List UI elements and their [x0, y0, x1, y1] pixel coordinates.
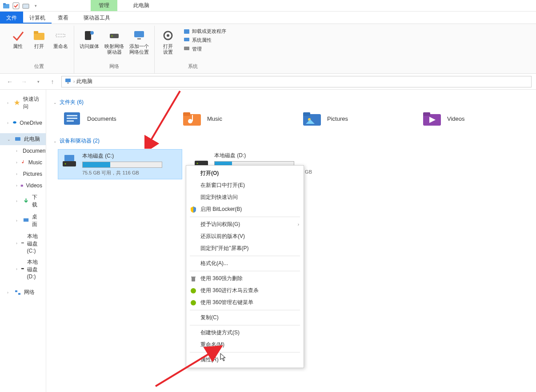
tab-computer[interactable]: 计算机 — [23, 12, 52, 24]
drive-c-label: 本地磁盘 (C:) — [27, 233, 42, 254]
sidebar-item-drive-d[interactable]: ›本地磁盘 (D:) — [0, 256, 46, 282]
chevron-right-icon: › — [16, 241, 18, 245]
svg-rect-9 — [110, 34, 119, 38]
rename-label: 重命名 — [53, 44, 68, 49]
drive-icon — [21, 240, 24, 247]
ctx-grant-access[interactable]: 授予访问权限(G)› — [186, 218, 304, 230]
sidebar-item-desktop[interactable]: ›桌面 — [0, 211, 46, 230]
folder-videos[interactable]: Videos — [422, 111, 529, 127]
ctx-360-manage-menu[interactable]: 使用 360管理右键菜单 — [186, 297, 304, 309]
ctx-360-trojan-scan[interactable]: 使用 360进行木马云查杀 — [186, 285, 304, 297]
open-settings-button[interactable]: 打开 设置 — [159, 28, 177, 56]
sidebar-item-downloads[interactable]: ›下载 — [0, 191, 46, 211]
context-menu: 打开(O) 在新窗口中打开(E) 固定到快速访问 启用 BitLocker(B)… — [186, 165, 304, 368]
ctx-grant-access-label: 授予访问权限(G) — [200, 221, 240, 228]
sidebar-item-pictures[interactable]: ›Pictures — [0, 168, 46, 180]
chevron-right-icon: › — [16, 160, 19, 165]
recent-dropdown[interactable]: ▾ — [33, 76, 44, 87]
ctx-properties-label: 属性(R) — [200, 356, 219, 364]
breadcrumb-root[interactable]: 此电脑 — [76, 78, 92, 85]
ctx-open-new-window[interactable]: 在新窗口中打开(E) — [186, 179, 304, 191]
section-header-folders[interactable]: ⌄ 文件夹 (6) — [53, 99, 529, 106]
chevron-right-icon: › — [7, 290, 12, 295]
chevron-down-icon: ⌄ — [7, 137, 12, 142]
ctx-copy[interactable]: 复制(C) — [186, 312, 304, 324]
sidebar-item-network[interactable]: ›网络 — [0, 286, 46, 298]
svg-rect-34 — [67, 115, 77, 116]
ctx-properties[interactable]: 属性(R) — [186, 354, 304, 366]
ctx-pin-quick-access-label: 固定到快速访问 — [200, 194, 238, 201]
folder-music[interactable]: Music — [182, 111, 289, 127]
open-button[interactable]: 打开 — [30, 28, 48, 50]
svg-point-47 — [65, 163, 66, 165]
rename-icon — [53, 28, 68, 43]
uninstall-button[interactable]: 卸载或更改程序 — [183, 28, 226, 35]
ctx-enable-bitlocker[interactable]: 启用 BitLocker(B) — [186, 203, 304, 215]
ctx-rename-label: 重命名(M) — [200, 341, 224, 348]
forward-button[interactable]: → — [19, 76, 29, 87]
ctx-pin-start[interactable]: 固定到"开始"屏幕(P) — [186, 242, 304, 254]
ctx-bitlocker-label: 启用 BitLocker(B) — [200, 206, 242, 213]
folder-icon[interactable] — [3, 2, 10, 9]
chevron-right-icon: › — [16, 183, 18, 188]
ctx-open[interactable]: 打开(O) — [186, 167, 304, 179]
drive-c-capacity: 75.5 GB 可用，共 116 GB — [82, 170, 179, 176]
ctx-format[interactable]: 格式化(A)... — [186, 257, 304, 269]
ribbon-group-location: 属性 打开 重命名 位置 — [4, 26, 74, 73]
up-button[interactable]: ↑ — [47, 76, 58, 87]
music-folder-icon — [182, 111, 202, 127]
add-network-button[interactable]: 添加一个 网络位置 — [128, 28, 150, 56]
menu-separator — [190, 217, 300, 217]
svg-rect-5 — [34, 31, 38, 34]
window-title: 此电脑 — [133, 2, 149, 9]
folders-header-label: 文件夹 (6) — [60, 99, 84, 106]
videos-icon — [20, 182, 23, 189]
mouse-cursor — [220, 353, 227, 362]
sidebar-item-drive-c[interactable]: ›本地磁盘 (C:) — [0, 230, 46, 256]
chevron-right-icon: › — [16, 149, 17, 153]
access-media-button[interactable]: 访问媒体 — [79, 28, 100, 50]
music-folder-label: Music — [207, 115, 222, 122]
sidebar-item-quick-access[interactable]: › 快速访问 — [0, 93, 46, 113]
ctx-restore-previous[interactable]: 还原以前的版本(V) — [186, 230, 304, 242]
group-system-label: 系统 — [159, 62, 226, 71]
sidebar-item-videos[interactable]: ›Videos — [0, 180, 46, 191]
tab-view[interactable]: 查看 — [52, 12, 75, 24]
monitor-small-icon — [183, 36, 190, 44]
sidebar-item-documents[interactable]: ›Documents — [0, 145, 46, 157]
map-drive-button[interactable]: 映射网络 驱动器 — [104, 28, 125, 56]
svg-point-50 — [197, 163, 198, 164]
sidebar-item-music[interactable]: ›Music — [0, 157, 46, 168]
tab-drive-tools[interactable]: 驱动器工具 — [77, 12, 116, 24]
svg-point-8 — [90, 31, 94, 35]
folder-pictures[interactable]: Pictures — [302, 111, 409, 127]
music-label: Music — [28, 159, 42, 166]
ctx-360-force-delete[interactable]: 使用 360强力删除 — [186, 273, 304, 285]
drive-c[interactable]: 本地磁盘 (C:) 75.5 GB 可用，共 116 GB — [58, 149, 182, 179]
sidebar-item-this-pc[interactable]: ⌄ 此电脑 — [0, 133, 46, 145]
svg-rect-7 — [85, 31, 91, 40]
rename-button[interactable]: 重命名 — [52, 28, 69, 50]
documents-label: Documents — [23, 148, 46, 154]
system-properties-button[interactable]: 系统属性 — [183, 36, 226, 44]
ctx-create-shortcut[interactable]: 创建快捷方式(S) — [186, 327, 304, 339]
ctx-rename[interactable]: 重命名(M) — [186, 339, 304, 351]
check-icon[interactable] — [12, 2, 20, 9]
svg-rect-2 — [13, 3, 19, 9]
ctx-pin-quick-access[interactable]: 固定到快速访问 — [186, 191, 304, 203]
chevron-down-icon[interactable]: ▾ — [32, 2, 39, 9]
uninstall-label: 卸载或更改程序 — [192, 28, 226, 35]
tab-file[interactable]: 文件 — [0, 12, 23, 24]
section-header-devices[interactable]: ⌄ 设备和驱动器 (2) — [53, 137, 529, 145]
navigation-bar: ← → ▾ ↑ › 此电脑 — [0, 74, 536, 90]
folder-documents[interactable]: Documents — [62, 111, 169, 127]
sidebar-item-onedrive[interactable]: › OneDrive — [0, 117, 46, 129]
properties-button[interactable]: 属性 — [9, 28, 27, 50]
address-bar[interactable]: › 此电脑 — [61, 76, 532, 87]
pictures-folder-label: Pictures — [327, 115, 348, 122]
manage-button[interactable]: 管理 — [183, 45, 226, 52]
qat-folder-icon[interactable] — [22, 2, 29, 9]
monitor-icon — [132, 28, 146, 43]
back-button[interactable]: ← — [4, 76, 15, 87]
manage-contextual-tab[interactable]: 管理 — [91, 0, 117, 11]
